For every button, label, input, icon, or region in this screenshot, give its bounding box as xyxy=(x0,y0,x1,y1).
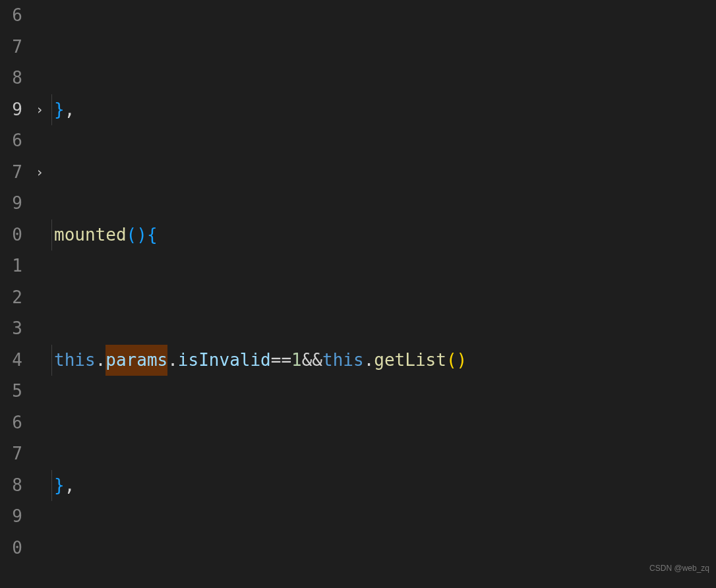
line-number: 8 xyxy=(12,470,46,502)
line-number: 8 xyxy=(12,63,46,94)
line-number: 3 xyxy=(12,313,46,345)
code-editor[interactable]: 6 7 8 9› 6 7› 9 0 1 2 3 4 5 6 7 8 9 0 },… xyxy=(0,0,716,588)
line-number: 9 xyxy=(12,501,46,533)
line-number: 0 xyxy=(12,533,46,564)
line-number: 4 xyxy=(12,345,46,376)
code-line[interactable]: mounted() { xyxy=(51,220,716,251)
line-number: 6 xyxy=(12,0,46,32)
fold-chevron-icon[interactable]: › xyxy=(36,94,44,126)
watermark-text: CSDN @web_zq xyxy=(649,553,709,585)
line-number: 0 xyxy=(12,220,46,251)
line-number: 1 xyxy=(12,250,46,282)
line-number: 5 xyxy=(12,376,46,407)
fold-chevron-icon[interactable]: › xyxy=(36,157,44,189)
code-line[interactable]: }, xyxy=(51,470,716,502)
line-number: 9 xyxy=(12,188,46,220)
line-number: 6 xyxy=(12,125,46,157)
selection-highlight: params xyxy=(105,345,167,376)
line-number: 6 xyxy=(12,407,46,439)
code-area[interactable]: }, mounted() { this.params.isInvalid==1&… xyxy=(51,0,716,588)
code-line[interactable]: this.params.isInvalid==1&&this.getList() xyxy=(51,345,716,376)
code-line[interactable]: }, xyxy=(51,94,716,126)
line-number-gutter: 6 7 8 9› 6 7› 9 0 1 2 3 4 5 6 7 8 9 0 xyxy=(0,0,51,588)
line-number: 7 xyxy=(12,32,46,63)
line-number: 2 xyxy=(12,282,46,314)
line-number: 7 xyxy=(12,438,46,470)
